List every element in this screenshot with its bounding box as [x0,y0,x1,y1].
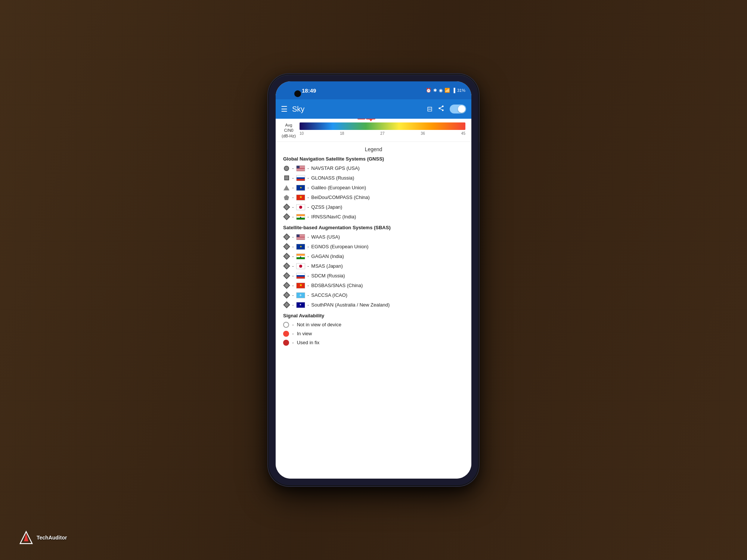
gnss-group-title: Global Navigation Satellite Systems (GNS… [283,156,464,162]
legend-label: BeiDou/COMPASS (China) [311,195,370,200]
signal-bar-label: Avg C/N0 (dB-Hz) [282,122,296,139]
phone-device: 18:49 ⏰ ✱ ◉ 📶 ▐ 31% ☰ Sky ⊟ [269,75,478,485]
watermark-text: TechAuditor [37,535,67,541]
list-item: - Not in view of device [283,320,464,329]
flag-india [296,214,305,220]
in-view-label: In view [297,331,312,336]
used-in-fix-label: Used in fix [297,340,320,345]
flag-eu [296,185,305,191]
diamond-shape [283,292,290,299]
legend-label: GAGAN (India) [311,253,344,259]
list-item: - - SDCM (Russia) [283,271,464,281]
flag-usa [296,234,305,240]
app-content[interactable]: Avg C/N0 (dB-Hz) 25. 23.9 [276,119,471,479]
legend-label: EGNOS (European Union) [311,244,368,249]
status-icons: ⏰ ✱ ◉ 📶 ▐ 31% [426,88,465,93]
flag-china [296,195,305,200]
legend-label: IRNSS/NavIC (India) [311,214,356,220]
list-item: - - IRNSS/NavIC (India) [283,212,464,222]
list-item: - - EGNOS (European Union) [283,242,464,252]
legend-label: NAVSTAR GPS (USA) [311,165,360,171]
square-shape [283,175,290,181]
not-in-view-icon [283,322,289,328]
list-item: - - SACCSA (ICAO) [283,290,464,300]
camera-hole [294,90,301,97]
legend-label: Galileo (European Union) [311,185,366,190]
list-item: - - MSAS (Japan) [283,261,464,271]
legend-label: GLONASS (Russia) [311,175,354,181]
list-item: - - SouthPAN (Australia / New Zealand) [283,300,464,310]
pentagon-shape [283,194,290,201]
menu-icon[interactable]: ☰ [281,105,288,113]
diamond-shape [283,263,290,270]
alarm-icon: ⏰ [426,88,431,93]
legend-label: WAAS (USA) [311,234,340,240]
list-item: - - GLONASS (Russia) [283,173,464,183]
watermark: TechAuditor [19,530,67,545]
flag-china [296,283,305,289]
diamond-shape [283,204,290,211]
battery-text: 31% [457,88,465,93]
list-item: - In view [283,329,464,338]
phone-screen: 18:49 ⏰ ✱ ◉ 📶 ▐ 31% ☰ Sky ⊟ [276,81,471,479]
circle-shape [283,165,290,172]
legend-label: SouthPAN (Australia / New Zealand) [311,302,390,308]
filter-icon[interactable]: ⊟ [427,105,433,113]
diamond-shape [283,243,290,250]
status-time: 18:49 [302,87,316,94]
toolbar-actions: ⊟ [427,105,466,113]
wifi-icon: 📶 [444,88,450,93]
signal-gradient-bar [300,122,465,130]
signal-bar-visual: 25. 23.9 10 18 27 [300,122,465,136]
diamond-shape [283,302,290,308]
diamond-shape [283,282,290,289]
sbas-group-title: Satellite-based Augmentation Systems (SB… [283,225,464,230]
diamond-shape [283,273,290,279]
flag-icao [296,292,305,298]
not-in-view-label: Not in view of device [297,322,341,327]
legend-label: MSAS (Japan) [311,263,343,269]
flag-india [296,253,305,259]
flag-japan [296,204,305,210]
list-item: - - NAVSTAR GPS (USA) [283,164,464,173]
flag-au [296,302,305,308]
flag-eu [296,244,305,250]
flag-russia [296,273,305,279]
legend-label: QZSS (Japan) [311,204,342,210]
legend-label: SACCSA (ICAO) [311,292,347,298]
legend-section: Legend Global Navigation Satellite Syste… [276,142,471,352]
flag-japan [296,263,305,269]
list-item: - - GAGAN (India) [283,252,464,261]
list-item: - - BDSBAS/SNAS (China) [283,281,464,290]
list-item: - - WAAS (USA) [283,232,464,242]
signal-bar-section: Avg C/N0 (dB-Hz) 25. 23.9 [276,119,471,142]
legend-label: SDCM (Russia) [311,273,345,279]
diamond-shape [283,253,290,260]
diamond-shape [283,214,290,220]
flag-russia [296,175,305,181]
legend-title: Legend [283,146,464,152]
status-bar: 18:49 ⏰ ✱ ◉ 📶 ▐ 31% [276,81,471,99]
list-item: - - BeiDou/COMPASS (China) [283,193,464,202]
list-item: - - QZSS (Japan) [283,202,464,212]
list-item: - - Galileo (European Union) [283,183,464,193]
location-icon: ◉ [439,88,443,93]
techauditor-logo [19,530,34,545]
power-button [478,142,480,161]
app-title: Sky [292,105,422,113]
signal-icon: ▐ [452,88,455,93]
list-item: - Used in fix [283,338,464,347]
bluetooth-icon: ✱ [433,88,437,93]
signal-markers: 10 18 27 36 45 [300,131,465,136]
sky-toggle[interactable] [450,105,466,113]
legend-label: BDSBAS/SNAS (China) [311,283,363,288]
phone-shell: 18:49 ⏰ ✱ ◉ 📶 ▐ 31% ☰ Sky ⊟ [269,75,478,485]
share-icon[interactable] [438,105,444,113]
app-toolbar: ☰ Sky ⊟ [276,99,471,119]
flag-usa [296,165,305,171]
used-in-fix-icon [283,340,289,346]
triangle-shape [283,184,290,191]
in-view-icon [283,331,289,337]
diamond-shape [283,234,290,240]
signal-avail-title: Signal Availability [283,313,464,318]
